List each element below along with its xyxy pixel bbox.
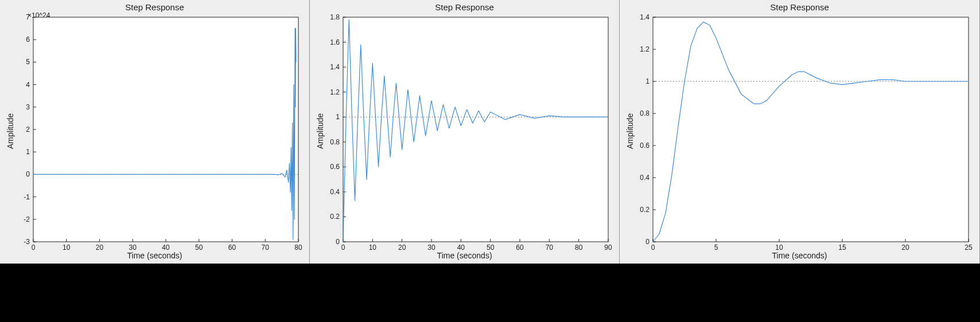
svg-text:1: 1 — [645, 77, 650, 85]
svg-text:50: 50 — [487, 244, 495, 252]
chart-strip: Step Response ×10^24 Amplitude Time (sec… — [0, 0, 980, 264]
svg-text:-2: -2 — [24, 215, 30, 223]
svg-text:25: 25 — [965, 244, 973, 252]
svg-text:0: 0 — [26, 170, 30, 178]
svg-text:60: 60 — [516, 244, 524, 252]
svg-text:0: 0 — [341, 244, 345, 252]
svg-text:60: 60 — [228, 244, 236, 252]
svg-text:1.2: 1.2 — [640, 45, 650, 53]
chart-panel-3: Step Response Amplitude Time (seconds) 0… — [620, 0, 980, 264]
svg-text:1.4: 1.4 — [330, 63, 340, 71]
svg-text:30: 30 — [129, 244, 137, 252]
svg-text:7: 7 — [26, 13, 30, 21]
bottom-black-area — [0, 264, 980, 322]
chart-panel-1: Step Response ×10^24 Amplitude Time (sec… — [0, 0, 310, 264]
svg-text:40: 40 — [162, 244, 170, 252]
svg-text:6: 6 — [26, 36, 30, 44]
svg-text:80: 80 — [294, 244, 302, 252]
chart-svg: 010203040506070809000.20.40.60.811.21.41… — [310, 0, 620, 264]
svg-text:0.8: 0.8 — [330, 138, 340, 146]
svg-text:0.2: 0.2 — [640, 206, 650, 214]
svg-text:20: 20 — [901, 244, 909, 252]
chart-panel-2: Step Response Amplitude Time (seconds) 0… — [310, 0, 620, 264]
svg-text:1.2: 1.2 — [330, 88, 340, 96]
svg-text:3: 3 — [26, 103, 30, 111]
svg-text:0.6: 0.6 — [640, 142, 650, 150]
svg-text:70: 70 — [262, 244, 270, 252]
svg-text:-3: -3 — [24, 238, 30, 246]
svg-text:20: 20 — [96, 244, 104, 252]
svg-text:10: 10 — [369, 244, 377, 252]
svg-text:0.2: 0.2 — [330, 213, 340, 221]
svg-text:50: 50 — [195, 244, 203, 252]
svg-text:1: 1 — [336, 113, 340, 121]
chart-svg: 01020304050607080-3-2-101234567 — [0, 0, 310, 264]
svg-text:1: 1 — [26, 148, 30, 156]
svg-text:30: 30 — [427, 244, 435, 252]
svg-text:0.4: 0.4 — [640, 174, 650, 182]
svg-text:0: 0 — [651, 244, 655, 252]
svg-text:5: 5 — [714, 244, 718, 252]
svg-text:1.8: 1.8 — [330, 13, 340, 21]
svg-rect-42 — [343, 17, 608, 242]
svg-text:0: 0 — [645, 238, 650, 246]
svg-text:5: 5 — [26, 58, 30, 66]
svg-text:90: 90 — [604, 244, 612, 252]
svg-text:2: 2 — [26, 125, 30, 133]
svg-text:15: 15 — [838, 244, 846, 252]
svg-text:-1: -1 — [24, 193, 30, 201]
svg-text:20: 20 — [398, 244, 406, 252]
svg-text:80: 80 — [575, 244, 583, 252]
svg-text:0: 0 — [32, 244, 36, 252]
svg-text:1.6: 1.6 — [330, 38, 340, 46]
chart-svg: 051015202500.20.40.60.811.21.4 — [620, 0, 980, 264]
svg-text:40: 40 — [457, 244, 465, 252]
svg-text:0.6: 0.6 — [330, 163, 340, 171]
svg-text:70: 70 — [546, 244, 554, 252]
svg-text:10: 10 — [775, 244, 783, 252]
svg-text:10: 10 — [63, 244, 71, 252]
svg-text:0: 0 — [336, 238, 340, 246]
svg-text:0.8: 0.8 — [640, 109, 650, 117]
svg-rect-0 — [33, 17, 298, 242]
svg-text:0.4: 0.4 — [330, 188, 340, 196]
svg-rect-84 — [653, 17, 969, 242]
svg-text:1.4: 1.4 — [640, 13, 650, 21]
svg-text:4: 4 — [26, 81, 30, 89]
